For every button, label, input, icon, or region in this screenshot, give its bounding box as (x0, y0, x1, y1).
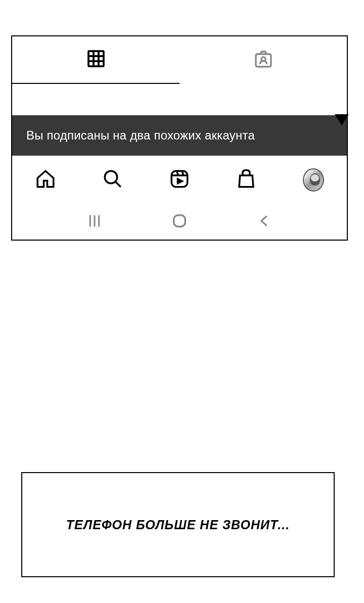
back-button[interactable] (257, 213, 272, 230)
svg-line-8 (115, 181, 121, 187)
nav-reels[interactable] (169, 169, 190, 191)
tagged-icon (253, 49, 274, 71)
home-system-icon (171, 222, 188, 231)
app-bottom-nav (12, 156, 347, 204)
tab-tagged[interactable] (179, 36, 347, 84)
comic-caption-box: ТЕЛЕФОН БОЛЬШЕ НЕ ЗВОНИТ... (21, 472, 335, 577)
nav-profile[interactable] (303, 169, 324, 191)
grid-icon (87, 50, 105, 70)
speech-pointer (335, 114, 349, 125)
phone-screenshot: Вы подписаны на два похожих аккаунта (11, 35, 348, 241)
svg-rect-0 (88, 51, 104, 66)
svg-point-7 (105, 171, 117, 183)
toast-message: Вы подписаны на два похожих аккаунта (26, 128, 255, 142)
content-area (12, 84, 347, 115)
system-nav-bar (12, 204, 347, 240)
recents-icon (87, 221, 102, 230)
profile-tabs (12, 36, 347, 84)
search-icon (102, 168, 123, 192)
nav-home[interactable] (35, 169, 56, 191)
back-icon (257, 221, 272, 230)
profile-avatar (303, 168, 324, 192)
recents-button[interactable] (87, 213, 102, 230)
home-system-button[interactable] (171, 212, 188, 231)
home-icon (35, 168, 56, 192)
toast-notification: Вы подписаны на два похожих аккаунта (12, 115, 347, 156)
shop-icon (236, 168, 257, 192)
nav-search[interactable] (102, 169, 123, 191)
svg-rect-16 (174, 215, 186, 227)
tab-posts-grid[interactable] (12, 36, 179, 84)
caption-text: ТЕЛЕФОН БОЛЬШЕ НЕ ЗВОНИТ... (66, 518, 290, 532)
nav-shop[interactable] (236, 169, 257, 191)
reels-icon (169, 168, 190, 192)
